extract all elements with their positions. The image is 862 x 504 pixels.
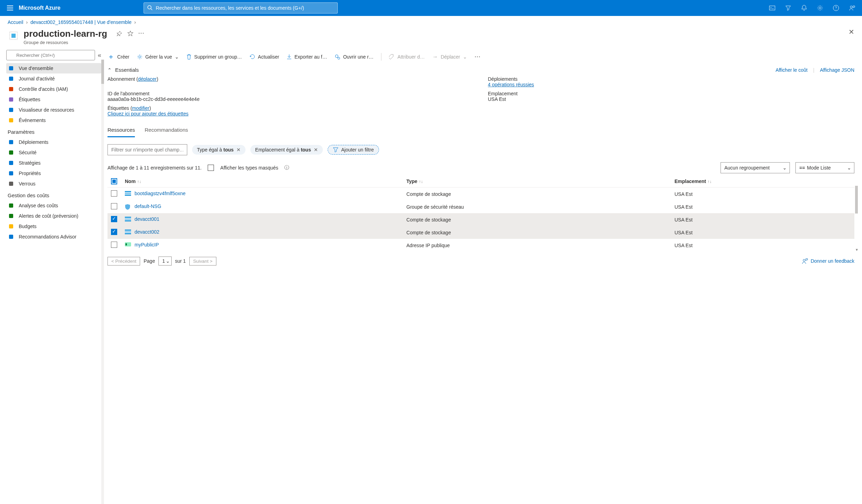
sidebar-item-propri-t-s[interactable]: Propriétés	[6, 168, 101, 179]
create-label: Créer	[117, 54, 129, 60]
sidebar-item-alertes-de-co-t-pr-version-[interactable]: Alertes de coût (préversion)	[6, 211, 101, 221]
resource-link[interactable]: bootdiagstzv4fmlf5oxne	[135, 191, 186, 196]
close-blade-button[interactable]: ✕	[848, 28, 854, 36]
row-checkbox[interactable]	[111, 203, 117, 209]
settings-button[interactable]	[814, 2, 826, 14]
feedback-link[interactable]: Donner un feedback	[802, 258, 854, 264]
view-mode-select[interactable]: ≡≡ Mode Liste ⌄	[795, 162, 854, 173]
svg-rect-29	[125, 191, 131, 196]
filter-input[interactable]	[107, 144, 187, 155]
arrow-right-icon: →	[432, 54, 438, 60]
favorite-button[interactable]	[127, 31, 133, 37]
assign-tags-button[interactable]: Attribuer d…	[389, 54, 425, 60]
table-row[interactable]: devacct002Compte de stockageUSA Est	[107, 226, 854, 239]
row-checkbox[interactable]	[111, 216, 117, 222]
col-header-name[interactable]: Nom↑↓	[121, 175, 403, 188]
directory-filter-button[interactable]	[782, 2, 794, 14]
sidebar-item--tiquettes[interactable]: Étiquettes	[6, 94, 101, 105]
deployments-link[interactable]: 4 opérations réussies	[488, 82, 534, 87]
info-icon[interactable]: ⓘ	[284, 165, 289, 171]
resource-link[interactable]: devacct001	[135, 216, 160, 222]
global-search[interactable]	[144, 2, 338, 14]
open-query-button[interactable]: Ouvrir une r…	[335, 54, 373, 60]
table-row[interactable]: bootdiagstzv4fmlf5oxneCompte de stockage…	[107, 188, 854, 201]
svg-rect-31	[125, 194, 131, 194]
close-icon[interactable]: ✕	[314, 147, 318, 153]
resource-link[interactable]: default-NSG	[135, 203, 161, 209]
sidebar-item-visualiseur-de-ressources[interactable]: Visualiseur de ressources	[6, 105, 101, 115]
show-cost-link[interactable]: Afficher le coût	[776, 67, 808, 73]
grouping-select[interactable]: Aucun regroupement ⌄	[721, 162, 790, 173]
row-checkbox[interactable]	[111, 190, 117, 197]
tab-recommendations[interactable]: Recommandations	[145, 125, 188, 137]
next-page-button[interactable]: Suivant >	[189, 257, 216, 266]
tags-icon	[8, 97, 15, 102]
collapse-essentials-button[interactable]: ⌃	[107, 67, 112, 73]
svg-rect-20	[9, 182, 13, 186]
svg-rect-30	[125, 192, 131, 193]
sidebar-item-label: Verrous	[19, 181, 35, 186]
manage-view-button[interactable]: Gérer la vue ⌄	[137, 54, 179, 60]
sidebar-item-contr-le-d-acc-s-iam-[interactable]: Contrôle d'accès (IAM)	[6, 84, 101, 94]
pin-button[interactable]	[116, 31, 122, 37]
show-hidden-types-checkbox[interactable]	[208, 165, 214, 171]
header-more-button[interactable]: ···	[138, 31, 145, 37]
hamburger-menu[interactable]	[4, 2, 16, 14]
breadcrumb-home[interactable]: Accueil	[8, 19, 23, 25]
svg-rect-13	[9, 97, 13, 102]
help-button[interactable]	[830, 2, 842, 14]
sidebar-search-input[interactable]	[6, 50, 95, 60]
sidebar-item-strat-gies[interactable]: Stratégies	[6, 158, 101, 168]
col-header-location[interactable]: Emplacement↑↓	[671, 175, 854, 188]
sidebar-item-verrous[interactable]: Verrous	[6, 179, 101, 189]
sidebar-item-s-curit-[interactable]: Sécurité	[6, 147, 101, 158]
filter-pill-type[interactable]: Type égal à tous ✕	[192, 145, 245, 155]
edit-tags-link[interactable]: modifier	[132, 105, 149, 111]
sidebar-item-analyse-des-co-ts[interactable]: Analyse des coûts	[6, 200, 101, 211]
table-row[interactable]: devacct001Compte de stockageUSA Est	[107, 213, 854, 226]
add-filter-button[interactable]: Ajouter un filtre	[328, 145, 379, 155]
cloud-shell-button[interactable]	[766, 2, 778, 14]
sidebar-item-journal-d-activit-[interactable]: Journal d'activité	[6, 73, 101, 84]
select-all-checkbox[interactable]	[111, 178, 117, 184]
collapse-sidebar-button[interactable]: «	[98, 52, 101, 59]
page-select[interactable]: 1 ⌄	[158, 257, 172, 266]
resource-link[interactable]: myPublicIP	[135, 242, 159, 247]
sidebar-item-budgets[interactable]: Budgets	[6, 221, 101, 232]
col-header-type[interactable]: Type↑↓	[403, 175, 671, 188]
svg-line-1	[151, 9, 152, 10]
row-checkbox[interactable]	[111, 242, 117, 248]
summary-row: Affichage de 1 à 11 enregistrements sur …	[107, 162, 854, 173]
sidebar-scrollbar[interactable]	[101, 60, 104, 504]
move-subscription-link[interactable]: déplacer	[138, 76, 157, 82]
plus-icon: ＋	[107, 52, 114, 61]
breadcrumb-parent[interactable]: devacct002_1659554017448 | Vue d'ensembl…	[31, 19, 131, 25]
resource-link[interactable]: devacct002	[135, 229, 160, 235]
row-checkbox[interactable]	[111, 229, 117, 235]
page-header: production-learn-rg Groupe de ressources…	[0, 25, 862, 50]
feedback-top-button[interactable]	[846, 2, 858, 14]
sidebar-item-label: Budgets	[19, 224, 36, 229]
table-row[interactable]: default-NSGGroupe de sécurité réseauUSA …	[107, 200, 854, 213]
table-scrollbar[interactable]: ▼	[855, 186, 858, 252]
sidebar-item-recommandations-advisor[interactable]: Recommandations Advisor	[6, 232, 101, 242]
sidebar-item-vue-d-ensemble[interactable]: Vue d'ensemble	[6, 63, 101, 73]
add-tags-link[interactable]: Cliquez ici pour ajouter des étiquettes	[107, 111, 188, 116]
export-button[interactable]: Exporter au f…	[287, 54, 327, 60]
delete-button[interactable]: Supprimer un group…	[187, 54, 242, 60]
move-button[interactable]: → Déplacer ⌄	[432, 54, 467, 60]
sidebar-item--v-nements[interactable]: Événements	[6, 115, 101, 125]
notifications-button[interactable]	[798, 2, 810, 14]
filter-pill-location[interactable]: Emplacement égal à tous ✕	[250, 145, 323, 155]
json-view-link[interactable]: Affichage JSON	[820, 67, 854, 73]
list-icon: ≡≡	[799, 165, 805, 171]
prev-page-button[interactable]: < Précédent	[107, 257, 140, 266]
close-icon[interactable]: ✕	[236, 147, 241, 153]
tab-resources[interactable]: Ressources	[107, 125, 135, 137]
toolbar-more-button[interactable]: ···	[475, 54, 481, 60]
refresh-button[interactable]: Actualiser	[250, 54, 279, 60]
create-button[interactable]: ＋ Créer	[107, 52, 129, 61]
global-search-input[interactable]	[144, 2, 338, 14]
sidebar-item-d-ploiements[interactable]: Déploiements	[6, 137, 101, 147]
table-row[interactable]: myPublicIPAdresse IP publiqueUSA Est	[107, 239, 854, 252]
